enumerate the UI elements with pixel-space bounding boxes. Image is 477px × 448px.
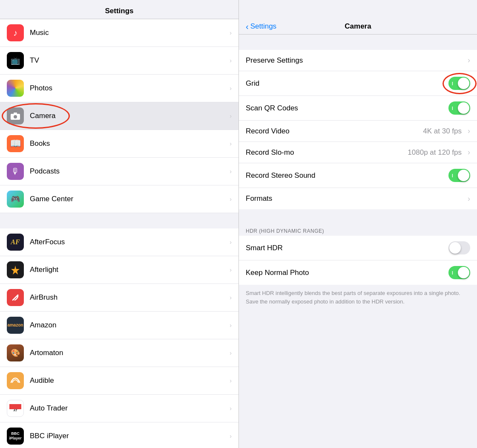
sidebar-item-camera[interactable]: Camera › (0, 102, 238, 130)
record-video-chevron: › (468, 127, 470, 136)
record-video-value: 4K at 30 fps (423, 127, 462, 136)
preserve-settings-label: Preserve Settings (246, 56, 464, 65)
chevron-icon: › (230, 266, 232, 273)
chevron-icon: › (230, 322, 232, 329)
sidebar-item-amazon[interactable]: amazon Amazon › (0, 312, 238, 339)
right-panel-header: ‹ Settings Camera (239, 15, 477, 35)
record-slomo-chevron: › (468, 148, 470, 157)
autotrader-icon: AT (7, 400, 24, 417)
grid-toggle[interactable]: I (448, 77, 470, 90)
grid-toggle-container: I (448, 77, 470, 90)
sidebar-item-afterlight[interactable]: Afterlight › (0, 256, 238, 284)
hdr-description: Smart HDR intelligently blends the best … (239, 285, 477, 310)
back-button[interactable]: ‹ Settings (246, 22, 276, 32)
back-label: Settings (250, 22, 276, 31)
sidebar-item-tv[interactable]: 📺 TV › (0, 47, 238, 75)
music-label: Music (30, 29, 226, 37)
right-panel: ‹ Settings Camera Preserve Settings › Gr… (238, 0, 477, 448)
svg-rect-5 (9, 404, 21, 408)
sidebar-item-autotrader[interactable]: AT Auto Trader › (0, 395, 238, 422)
sidebar-item-afterfocus[interactable]: AF AfterFocus › (0, 228, 238, 256)
artomaton-label: Artomaton (30, 349, 226, 357)
chevron-icon: › (230, 113, 232, 119)
chevron-icon: › (230, 350, 232, 356)
chevron-icon: › (230, 294, 232, 301)
preserve-settings-item[interactable]: Preserve Settings › (239, 50, 477, 71)
books-icon: 📖 (7, 135, 24, 152)
formats-item[interactable]: Formats › (239, 188, 477, 209)
toggle-knob (458, 78, 469, 89)
chevron-icon: › (230, 433, 232, 439)
toggle-knob (458, 170, 469, 181)
toggle-knob (458, 102, 469, 114)
amazon-label: Amazon (30, 321, 226, 329)
camera-icon (7, 107, 24, 124)
amazon-icon: amazon (7, 317, 24, 334)
podcasts-icon: 🎙 (7, 163, 24, 180)
svg-text:AT: AT (14, 409, 18, 412)
photos-label: Photos (30, 84, 226, 92)
third-party-list: AF AfterFocus › Afterlight › AirBrush › … (0, 228, 238, 448)
smart-hdr-item[interactable]: Smart HDR (239, 236, 477, 260)
record-video-item[interactable]: Record Video 4K at 30 fps › (239, 121, 477, 142)
tv-icon: 📺 (7, 52, 24, 69)
scan-qr-item[interactable]: Scan QR Codes I (239, 96, 477, 121)
afterfocus-icon: AF (7, 234, 24, 251)
grid-item[interactable]: Grid I (239, 71, 477, 96)
record-stereo-item[interactable]: Record Stereo Sound I (239, 163, 477, 188)
camera-label: Camera (30, 112, 226, 120)
smart-hdr-toggle[interactable] (448, 241, 470, 254)
sidebar-item-books[interactable]: 📖 Books › (0, 130, 238, 158)
toggle-knob (458, 267, 469, 278)
camera-page-title: Camera (345, 22, 371, 31)
record-stereo-toggle[interactable]: I (448, 169, 470, 182)
keep-normal-photo-item[interactable]: Keep Normal Photo I (239, 260, 477, 285)
sidebar-item-audible[interactable]: Audible › (0, 367, 238, 395)
audible-label: Audible (30, 376, 226, 385)
chevron-icon: › (230, 29, 232, 36)
section-divider (0, 213, 238, 228)
chevron-icon: › (230, 405, 232, 412)
sidebar-item-podcasts[interactable]: 🎙 Podcasts › (0, 158, 238, 185)
airbrush-label: AirBrush (30, 293, 226, 302)
left-panel: Settings ♪ Music › 📺 TV › Photos › (0, 0, 238, 448)
record-slomo-value: 1080p at 120 fps (408, 148, 462, 157)
record-stereo-label: Record Stereo Sound (246, 171, 448, 180)
left-panel-title: Settings (0, 0, 238, 19)
artomaton-icon: 🎨 (7, 344, 24, 361)
photos-icon (7, 80, 24, 97)
sidebar-item-music[interactable]: ♪ Music › (0, 19, 238, 47)
gamecenter-icon: 🎮 (7, 191, 24, 208)
chevron-icon: › (230, 377, 232, 384)
keep-normal-photo-label: Keep Normal Photo (246, 269, 448, 277)
sidebar-item-gamecenter[interactable]: 🎮 Game Center › (0, 185, 238, 213)
main-settings-list: ♪ Music › 📺 TV › Photos › (0, 19, 238, 213)
toggle-knob (449, 242, 461, 254)
grid-label: Grid (246, 79, 448, 88)
sidebar-item-photos[interactable]: Photos › (0, 75, 238, 102)
record-slomo-item[interactable]: Record Slo-mo 1080p at 120 fps › (239, 142, 477, 163)
top-spacer (239, 0, 477, 15)
gamecenter-label: Game Center (30, 195, 226, 203)
audible-icon (7, 372, 24, 389)
tv-label: TV (30, 56, 226, 65)
camera-settings-list: Preserve Settings › Grid I Scan QR Codes (239, 50, 477, 209)
chevron-icon: › (230, 57, 232, 64)
scan-qr-label: Scan QR Codes (246, 104, 448, 113)
sidebar-item-artomaton[interactable]: 🎨 Artomaton › (0, 339, 238, 367)
bbciplayer-icon: BBCiPlayer (7, 428, 24, 445)
chevron-icon: › (230, 85, 232, 92)
keep-normal-photo-toggle[interactable]: I (448, 266, 470, 279)
sidebar-item-bbciplayer[interactable]: BBCiPlayer BBC iPlayer › (0, 422, 238, 448)
afterfocus-label: AfterFocus (30, 238, 226, 246)
camera-main-section: Preserve Settings › Grid I Scan QR Codes (239, 50, 477, 209)
formats-chevron: › (468, 194, 470, 203)
music-icon: ♪ (7, 24, 24, 41)
svg-rect-2 (14, 113, 17, 114)
formats-label: Formats (246, 194, 464, 203)
chevron-icon: › (230, 168, 232, 175)
scan-qr-toggle[interactable]: I (448, 101, 470, 115)
sidebar-item-airbrush[interactable]: AirBrush › (0, 284, 238, 312)
hdr-section: HDR (HIGH DYNAMIC RANGE) Smart HDR Keep … (239, 225, 477, 310)
books-label: Books (30, 139, 226, 148)
